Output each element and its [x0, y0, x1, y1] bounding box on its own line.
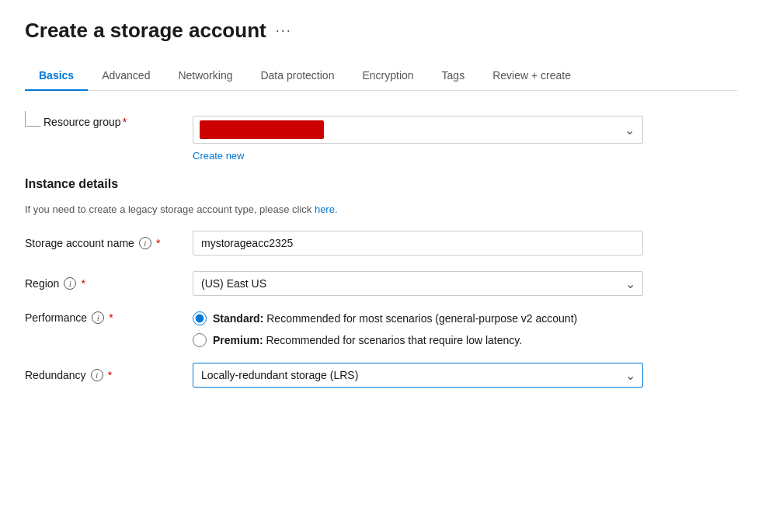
storage-account-name-label: Storage account name [25, 237, 134, 249]
storage-account-name-info-icon[interactable]: i [139, 237, 151, 249]
region-field: Region i * (US) East US [25, 271, 737, 296]
storage-account-name-input[interactable] [193, 231, 643, 256]
performance-field: Performance i * Standard: Recommended fo… [25, 311, 737, 347]
required-marker: * [109, 311, 113, 324]
tab-basics[interactable]: Basics [25, 61, 88, 91]
required-marker: * [81, 277, 85, 290]
ellipsis-menu-button[interactable]: ··· [276, 23, 292, 39]
region-dropdown-wrapper: (US) East US [193, 271, 643, 296]
performance-info-icon[interactable]: i [92, 311, 104, 324]
tab-navigation: Basics Advanced Networking Data protecti… [25, 61, 737, 91]
region-label: Region [25, 277, 59, 290]
tab-tags[interactable]: Tags [428, 61, 479, 91]
instance-details-section: Instance details If you need to create a… [25, 177, 737, 388]
instance-details-heading: Instance details [25, 177, 737, 191]
region-select[interactable]: (US) East US [193, 271, 643, 296]
tab-advanced[interactable]: Advanced [88, 61, 164, 91]
redundancy-select[interactable]: Locally-redundant storage (LRS) Zone-red… [193, 363, 643, 388]
performance-label: Performance [25, 311, 87, 324]
tab-review-create[interactable]: Review + create [478, 61, 585, 91]
create-new-link[interactable]: Create new [193, 150, 643, 162]
resource-group-label: Resource group [43, 116, 121, 128]
performance-standard-option: Standard: Recommended for most scenarios… [193, 311, 643, 325]
legacy-note: If you need to create a legacy storage a… [25, 203, 737, 215]
performance-premium-radio[interactable] [193, 333, 207, 347]
resource-group-field: Resource group * ⌄ Create new [25, 116, 737, 162]
resource-group-highlight [200, 120, 324, 139]
performance-premium-label: Premium: Recommended for scenarios that … [213, 334, 522, 346]
chevron-down-icon: ⌄ [625, 123, 635, 137]
resource-group-dropdown[interactable]: ⌄ [193, 116, 643, 144]
required-marker: * [123, 116, 127, 128]
legacy-note-link[interactable]: here. [315, 203, 338, 215]
tab-data-protection[interactable]: Data protection [246, 61, 348, 91]
performance-standard-radio[interactable] [193, 311, 207, 325]
performance-radio-group: Standard: Recommended for most scenarios… [193, 311, 643, 347]
performance-premium-option: Premium: Recommended for scenarios that … [193, 333, 643, 347]
redundancy-label: Redundancy [25, 369, 86, 381]
performance-standard-label: Standard: Recommended for most scenarios… [213, 312, 577, 325]
indent-bracket [25, 111, 40, 127]
storage-account-name-field: Storage account name i * [25, 231, 737, 256]
redundancy-dropdown-wrapper: Locally-redundant storage (LRS) Zone-red… [193, 363, 643, 388]
required-marker: * [156, 237, 160, 249]
redundancy-field: Redundancy i * Locally-redundant storage… [25, 363, 737, 388]
redundancy-info-icon[interactable]: i [91, 369, 103, 381]
required-marker: * [108, 369, 112, 381]
tab-encryption[interactable]: Encryption [348, 61, 427, 91]
region-info-icon[interactable]: i [64, 277, 76, 290]
page-title: Create a storage account [25, 19, 266, 43]
tab-networking[interactable]: Networking [164, 61, 246, 91]
